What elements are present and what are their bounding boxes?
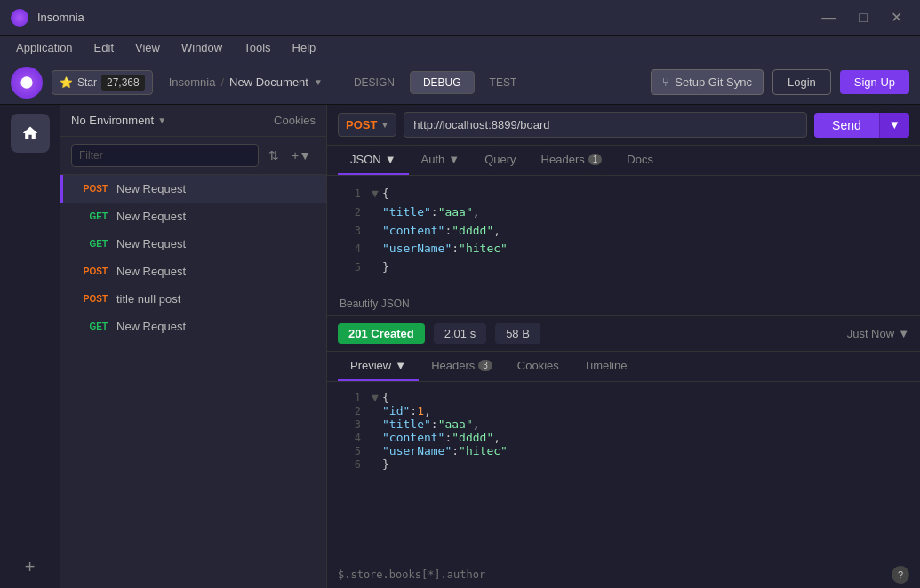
signup-button[interactable]: Sign Up [840, 70, 909, 94]
cookies-button[interactable]: Cookies [274, 114, 316, 127]
add-workspace-button[interactable]: + [18, 554, 43, 579]
filter-input[interactable] [71, 144, 259, 167]
menu-edit[interactable]: Edit [85, 38, 123, 57]
tab-headers-response[interactable]: Headers 3 [419, 352, 505, 381]
app-logo-icon [11, 9, 28, 27]
tab-cookies-label: Cookies [517, 359, 559, 372]
tab-json-label: JSON [350, 153, 381, 166]
request-tabs: JSON ▼ Auth ▼ Query Headers 1 Docs [327, 146, 920, 176]
chevron-down-icon[interactable]: ▼ [314, 77, 323, 87]
method-badge-get: GET [76, 322, 108, 331]
right-panel: POST ▼ Send ▼ JSON ▼ Auth ▼ Query H [327, 105, 920, 588]
login-button[interactable]: Login [772, 69, 831, 95]
code-line-1: 1 ▼ { [327, 185, 920, 203]
resp-line-3: 3 "title": "aaa", [327, 417, 920, 431]
tab-headers-label: Headers [541, 153, 585, 166]
method-label: POST [346, 118, 377, 131]
tab-auth[interactable]: Auth ▼ [409, 146, 473, 175]
star-button[interactable]: ⭐ Star 27,368 [52, 70, 153, 95]
resp-line-5: 5 "userName": "hitec" [327, 444, 920, 457]
star-count: 27,368 [101, 75, 145, 91]
request-name: New Request [116, 237, 186, 250]
topbar: ⭐ Star 27,368 Insomnia / New Document ▼ … [0, 60, 920, 105]
fold-arrow[interactable]: ▼ [372, 391, 382, 404]
sidebar-home-button[interactable] [11, 114, 50, 153]
home-icon [21, 124, 39, 142]
menu-window[interactable]: Window [172, 38, 231, 57]
jq-filter-input[interactable] [338, 568, 884, 581]
tab-json-arrow: ▼ [385, 153, 396, 166]
tab-preview[interactable]: Preview ▼ [338, 352, 419, 381]
menubar: Application Edit View Window Tools Help [0, 36, 920, 60]
tab-headers[interactable]: Headers 1 [529, 146, 615, 175]
response-tabs: Preview ▼ Headers 3 Cookies Timeline [327, 352, 920, 382]
tab-docs[interactable]: Docs [614, 146, 666, 175]
insomnia-logo-icon [18, 74, 36, 91]
code-line-5: 5 } [327, 258, 920, 277]
tab-auth-label: Auth [421, 153, 445, 166]
git-sync-button[interactable]: ⑂ Setup Git Sync [651, 69, 764, 95]
tab-headers-label: Headers [431, 359, 475, 372]
env-label: No Environment [71, 114, 154, 127]
close-button[interactable]: ✕ [884, 11, 909, 25]
response-size-badge: 58 B [495, 323, 540, 344]
environment-selector[interactable]: No Environment ▼ [71, 114, 166, 127]
line-number: 2 [334, 203, 361, 221]
method-badge-get: GET [76, 211, 108, 221]
send-button[interactable]: Send [814, 113, 879, 138]
sort-icon[interactable]: ⇅ [264, 146, 284, 165]
timestamp-label: Just Now [847, 327, 894, 340]
menu-view[interactable]: View [126, 38, 169, 57]
breadcrumb-app: Insomnia [169, 75, 216, 89]
help-button[interactable]: ? [892, 566, 909, 584]
tab-preview-label: Preview [350, 359, 391, 372]
list-item[interactable]: POST New Request [60, 175, 326, 203]
chevron-down-icon: ▼ [157, 115, 166, 125]
tab-debug[interactable]: DEBUG [410, 71, 475, 94]
list-item[interactable]: POST title null post [60, 285, 326, 313]
url-input[interactable] [404, 112, 807, 138]
tab-query[interactable]: Query [472, 146, 528, 175]
request-name: New Request [116, 320, 186, 333]
line-number: 4 [334, 240, 361, 258]
breadcrumb-doc[interactable]: New Document [229, 75, 308, 89]
menu-application[interactable]: Application [7, 38, 82, 57]
nav-tabs: DESIGN DEBUG TEST [340, 71, 530, 94]
tab-json[interactable]: JSON ▼ [338, 146, 409, 175]
tab-cookies-response[interactable]: Cookies [505, 352, 572, 381]
tab-design[interactable]: DESIGN [340, 71, 408, 94]
line-number: 5 [334, 258, 361, 276]
chevron-down-icon[interactable]: ▼ [898, 327, 909, 340]
list-item[interactable]: GET New Request [60, 203, 326, 230]
code-line-3: 3 "content":"dddd", [327, 222, 920, 241]
send-dropdown-button[interactable]: ▼ [879, 113, 909, 138]
response-body: 1 ▼ { 2 "id": 1, 3 "title": "aaa", 4 "co… [327, 382, 920, 560]
fold-arrow[interactable]: ▼ [372, 185, 382, 203]
resp-line-2: 2 "id": 1, [327, 404, 920, 417]
line-number: 1 [334, 185, 361, 203]
github-icon: ⭐ [60, 76, 73, 89]
line-number: 4 [334, 431, 361, 444]
request-body-editor[interactable]: 1 ▼ { 2 "title":"aaa", 3 "content":"dddd… [327, 176, 920, 291]
maximize-button[interactable]: □ [852, 11, 875, 25]
list-item[interactable]: GET New Request [60, 313, 326, 340]
add-request-button[interactable]: +▼ [287, 146, 316, 165]
tab-test[interactable]: TEST [476, 71, 531, 94]
resp-line-1: 1 ▼ { [327, 391, 920, 404]
line-number: 6 [334, 457, 361, 471]
tab-timeline[interactable]: Timeline [572, 352, 640, 381]
menu-help[interactable]: Help [284, 38, 325, 57]
method-selector[interactable]: POST ▼ [338, 113, 396, 137]
beautify-link[interactable]: Beautify JSON [340, 298, 410, 310]
response-status-bar: 201 Created 2.01 s 58 B Just Now ▼ [327, 316, 920, 352]
method-badge-post: POST [76, 266, 108, 276]
list-item[interactable]: GET New Request [60, 230, 326, 258]
list-item[interactable]: POST New Request [60, 258, 326, 285]
method-badge-post: POST [76, 294, 108, 304]
headers-badge: 3 [478, 360, 492, 371]
minimize-button[interactable]: — [814, 11, 843, 25]
menu-tools[interactable]: Tools [235, 38, 279, 57]
app-logo [11, 67, 43, 99]
breadcrumb-sep: / [220, 75, 224, 89]
filter-bar: ⇅ +▼ [60, 137, 326, 175]
